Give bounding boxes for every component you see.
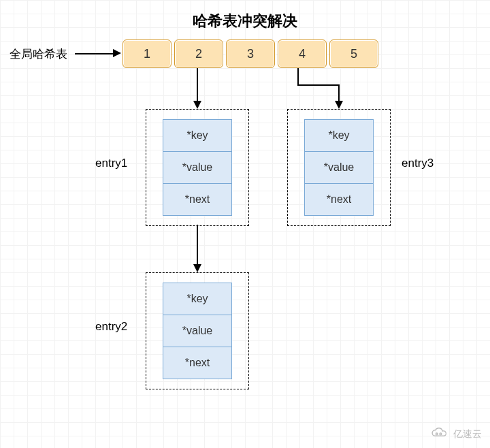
entry2-label: entry2 (95, 320, 127, 334)
entry2-key: *key (163, 283, 232, 315)
entry1-box: *key *value *next (146, 109, 249, 226)
watermark: 亿速云 (430, 427, 482, 441)
svg-point-0 (436, 433, 438, 435)
arrow-entry1-entry2 (197, 225, 198, 266)
entry3-key: *key (304, 119, 374, 152)
cloud-icon (430, 427, 449, 441)
entry3-box: *key *value *next (287, 109, 391, 226)
arrow-label-to-table-head (113, 49, 121, 57)
hash-table: 1 2 3 4 5 (122, 39, 381, 68)
entry3-next: *next (304, 184, 374, 216)
arrow-bucket4-v2 (338, 84, 340, 102)
entry1-key: *key (163, 119, 232, 152)
arrow-entry1-entry2-head (193, 264, 201, 272)
arrow-bucket2-entry1 (197, 68, 198, 102)
entry2-value: *value (163, 315, 232, 347)
entry2-next: *next (163, 347, 232, 379)
bucket-4: 4 (278, 39, 327, 68)
arrow-label-to-table (75, 53, 114, 54)
global-hash-label: 全局哈希表 (10, 46, 67, 62)
arrow-bucket4-v (297, 68, 299, 84)
bucket-3: 3 (226, 39, 275, 68)
diagram-title: 哈希表冲突解决 (0, 11, 490, 31)
bucket-1: 1 (122, 39, 172, 68)
bucket-5: 5 (329, 39, 378, 68)
entry1-next: *next (163, 184, 232, 216)
arrow-bucket4-entry3-head (335, 101, 343, 109)
bucket-2: 2 (174, 39, 223, 68)
entry1-value: *value (163, 152, 232, 184)
arrow-bucket2-entry1-head (193, 101, 201, 109)
entry1-label: entry1 (95, 157, 127, 170)
watermark-text: 亿速云 (453, 428, 482, 441)
entry3-label: entry3 (402, 157, 434, 170)
arrow-bucket4-h (297, 84, 340, 86)
entry3-value: *value (304, 152, 374, 184)
entry2-box: *key *value *next (146, 272, 249, 389)
svg-point-1 (440, 433, 442, 435)
